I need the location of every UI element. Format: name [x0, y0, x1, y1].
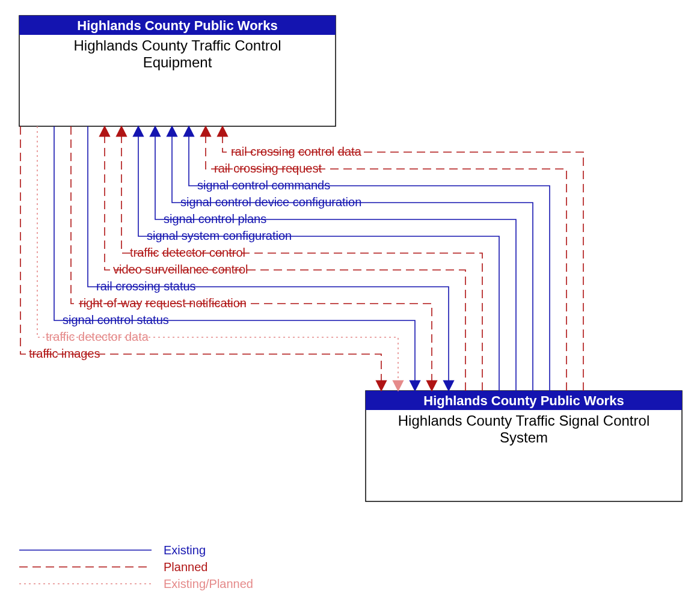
flow-label: right-of-way request notification — [79, 296, 247, 310]
flow-label: signal control plans — [164, 212, 266, 225]
entity-header: Highlands County Public Works — [423, 393, 624, 408]
legend-planned: Planned — [164, 560, 207, 574]
flow-label: rail crossing control data — [231, 145, 362, 158]
flow-label: traffic images — [29, 347, 100, 360]
entity-body-line2: Equipment — [143, 54, 212, 70]
flow-label: signal control device configuration — [180, 195, 361, 209]
legend-ep: Existing/Planned — [164, 577, 253, 590]
information-flows: rail crossing control datarail crossing … — [20, 126, 583, 391]
flow-line — [155, 131, 516, 391]
entity-body-line2: System — [500, 429, 548, 445]
legend-existing: Existing — [164, 543, 206, 557]
entity-body-line1: Highlands County Traffic Control — [73, 37, 281, 54]
flow-label: traffic detector data — [46, 330, 149, 343]
entity-body-line1: Highlands County Traffic Signal Control — [398, 412, 649, 429]
flow-label: rail crossing status — [96, 280, 196, 293]
legend: Existing Planned Existing/Planned — [19, 543, 253, 590]
flow-label: traffic detector control — [130, 246, 245, 259]
entity-traffic-control-equipment: Highlands County Public Works Highlands … — [19, 16, 336, 126]
flow-label: signal control status — [63, 313, 169, 326]
entity-header: Highlands County Public Works — [77, 18, 277, 33]
flow-label: rail crossing request — [214, 162, 322, 175]
architecture-diagram: Highlands County Public Works Highlands … — [0, 0, 700, 600]
flow-label: signal control commands — [197, 179, 330, 192]
flow-label: signal system configuration — [147, 229, 292, 242]
flow-label: video surveillance control — [113, 263, 248, 276]
entity-traffic-signal-control-system: Highlands County Public Works Highlands … — [366, 391, 682, 501]
